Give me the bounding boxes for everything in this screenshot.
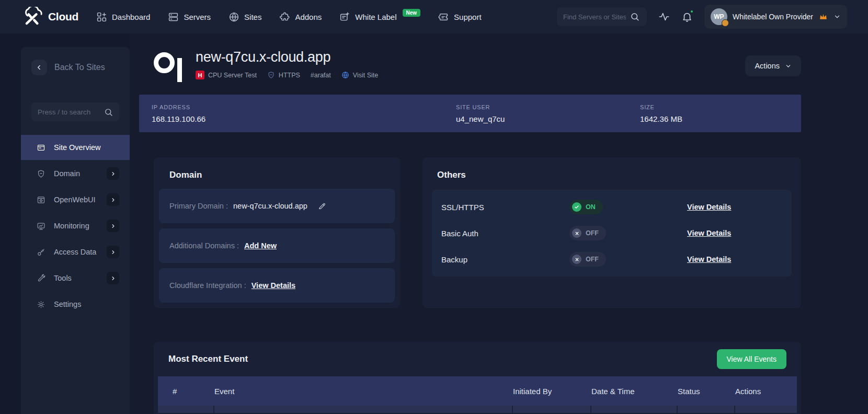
main-nav: Dashboard Servers Sites xyxy=(96,12,539,22)
primary-domain-row: Primary Domain : new-q7cu.x-cloud.app xyxy=(159,189,395,223)
site-header: new-q7cu.x-cloud.app H CPU Server Test H… xyxy=(154,49,801,82)
sidebar-search[interactable] xyxy=(31,102,119,121)
sidebar-item-tools[interactable]: Tools xyxy=(21,266,130,291)
x-circle-icon xyxy=(572,228,581,238)
sidebar-item-site-overview[interactable]: Site Overview xyxy=(21,135,130,160)
puzzle-icon xyxy=(279,12,290,22)
nav-item-addons[interactable]: Addons xyxy=(279,12,322,22)
global-search-input[interactable] xyxy=(563,13,626,21)
chevron-down-icon xyxy=(833,13,841,20)
server-label: CPU Server Test xyxy=(208,72,257,79)
xcloud-logo[interactable]: Cloud xyxy=(21,7,78,27)
user-name: Whitelabel Own Provider xyxy=(733,13,813,21)
notification-dot xyxy=(690,9,694,14)
sidebar-search-input[interactable] xyxy=(38,108,100,116)
chevron-right-icon[interactable] xyxy=(107,193,119,206)
events-table-header: # Event Initiated By Date & Time Status … xyxy=(158,376,797,406)
x-circle-icon xyxy=(572,255,581,264)
gear-icon xyxy=(37,300,45,309)
sidebar-item-monitoring[interactable]: Monitoring xyxy=(21,213,130,238)
server-badge: H CPU Server Test xyxy=(196,71,257,79)
status-text: OFF xyxy=(586,256,599,263)
others-panel: SSL/HTTPS ON View Details Bas xyxy=(432,190,792,277)
top-nav-right: WP Whitelabel Own Provider xyxy=(557,5,847,29)
nav-item-dashboard[interactable]: Dashboard xyxy=(96,12,150,22)
table-row-partial xyxy=(158,406,797,413)
visit-site-link[interactable]: Visit Site xyxy=(341,71,378,79)
row-label: Cloudflare Integration : xyxy=(169,281,246,290)
check-circle-icon xyxy=(572,202,581,212)
view-all-events-button[interactable]: View All Events xyxy=(717,349,786,369)
xcloud-cloud-x-icon xyxy=(21,7,45,27)
row-label: Additional Domains : xyxy=(169,242,239,250)
chevron-down-icon xyxy=(785,63,792,70)
sidebar-item-domain[interactable]: Domain xyxy=(21,161,130,186)
sidebar-item-label: Settings xyxy=(54,300,81,308)
back-to-sites[interactable]: Back To Sites xyxy=(31,60,119,75)
cloudflare-view-details-link[interactable]: View Details xyxy=(252,281,295,290)
sidebar-item-label: Site Overview xyxy=(54,143,100,152)
nav-item-support[interactable]: Support xyxy=(438,12,482,22)
primary-domain-value: new-q7cu.x-cloud.app xyxy=(233,202,307,210)
basic-auth-view-details-link[interactable]: View Details xyxy=(687,229,731,237)
nav-item-servers[interactable]: Servers xyxy=(168,12,211,22)
info-value: u4_new_q7cu xyxy=(456,114,640,123)
chevron-right-icon[interactable] xyxy=(107,272,119,284)
info-ip: IP ADDRESS 168.119.100.66 xyxy=(152,104,456,123)
nav-label: Support xyxy=(454,13,482,21)
globe-icon xyxy=(341,71,349,79)
nav-label: Sites xyxy=(244,13,261,21)
sidebar-item-access-data[interactable]: Access Data xyxy=(21,239,130,264)
ssl-row: SSL/HTTPS ON View Details xyxy=(437,194,786,220)
column-header: Actions xyxy=(735,387,782,396)
logo-bar xyxy=(177,58,182,82)
sidebar-item-label: Domain xyxy=(54,169,80,178)
site-meta-row: H CPU Server Test HTTPS #arafat xyxy=(196,71,801,79)
https-badge: HTTPS xyxy=(267,71,300,79)
browser-gear-icon xyxy=(37,196,45,204)
global-search[interactable] xyxy=(557,7,647,26)
avatar: WP xyxy=(711,8,727,25)
nav-label: Servers xyxy=(184,13,211,21)
column-header: Initiated By xyxy=(513,387,591,396)
nav-label: Dashboard xyxy=(112,13,150,21)
chevron-right-icon[interactable] xyxy=(107,220,119,232)
sidebar-menu: Site Overview Domain xyxy=(21,135,130,317)
actions-button[interactable]: Actions xyxy=(745,55,801,76)
info-label: SIZE xyxy=(640,104,801,110)
nav-item-sites[interactable]: Sites xyxy=(229,12,261,22)
sidebar-item-openwebui[interactable]: OpenWebUI xyxy=(21,187,130,212)
sidebar-item-label: Tools xyxy=(54,274,72,282)
sidebar-item-settings[interactable]: Settings xyxy=(21,292,130,317)
user-menu[interactable]: WP Whitelabel Own Provider xyxy=(704,5,847,29)
back-label: Back To Sites xyxy=(54,63,105,72)
notification-bell-icon[interactable] xyxy=(681,11,693,22)
new-badge: New xyxy=(403,9,421,17)
search-icon[interactable] xyxy=(630,12,639,21)
card-title: Domain xyxy=(169,170,384,180)
globe-icon xyxy=(229,12,239,22)
search-icon xyxy=(104,108,113,117)
avatar-status-badge xyxy=(722,19,729,27)
row-label: SSL/HTTPS xyxy=(441,203,569,212)
nav-label: White Label xyxy=(355,13,396,21)
column-header: # xyxy=(173,387,214,396)
backup-status-pill: OFF xyxy=(569,252,606,267)
ticket-icon xyxy=(438,12,449,22)
add-new-link[interactable]: Add New xyxy=(244,242,277,250)
chevron-left-icon[interactable] xyxy=(31,60,47,75)
activity-pulse-icon[interactable] xyxy=(658,11,670,22)
hetzner-icon: H xyxy=(196,71,204,79)
edit-pencil-icon[interactable] xyxy=(318,202,326,210)
visit-site-label: Visit Site xyxy=(353,72,378,79)
status-text: ON xyxy=(586,203,596,211)
status-text: OFF xyxy=(586,229,599,237)
column-header: Status xyxy=(678,387,735,396)
chevron-right-icon[interactable] xyxy=(107,167,119,180)
info-site-user: SITE USER u4_new_q7cu xyxy=(456,104,640,123)
dashboard-grid-icon xyxy=(96,12,107,22)
chevron-right-icon[interactable] xyxy=(107,246,119,258)
nav-item-white-label[interactable]: White Label New xyxy=(339,12,420,22)
backup-view-details-link[interactable]: View Details xyxy=(687,255,731,263)
ssl-view-details-link[interactable]: View Details xyxy=(687,203,731,211)
